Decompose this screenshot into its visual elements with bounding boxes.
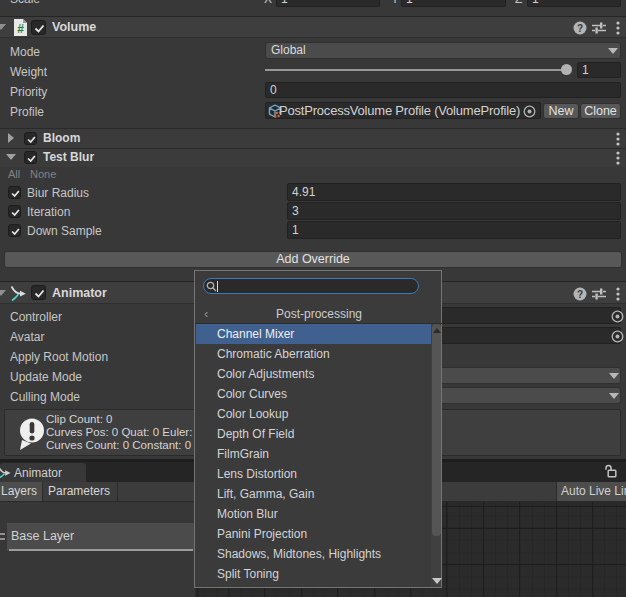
svg-text:?: ? [577,289,583,300]
svg-text:#: # [17,22,24,36]
svg-text:?: ? [577,23,583,34]
